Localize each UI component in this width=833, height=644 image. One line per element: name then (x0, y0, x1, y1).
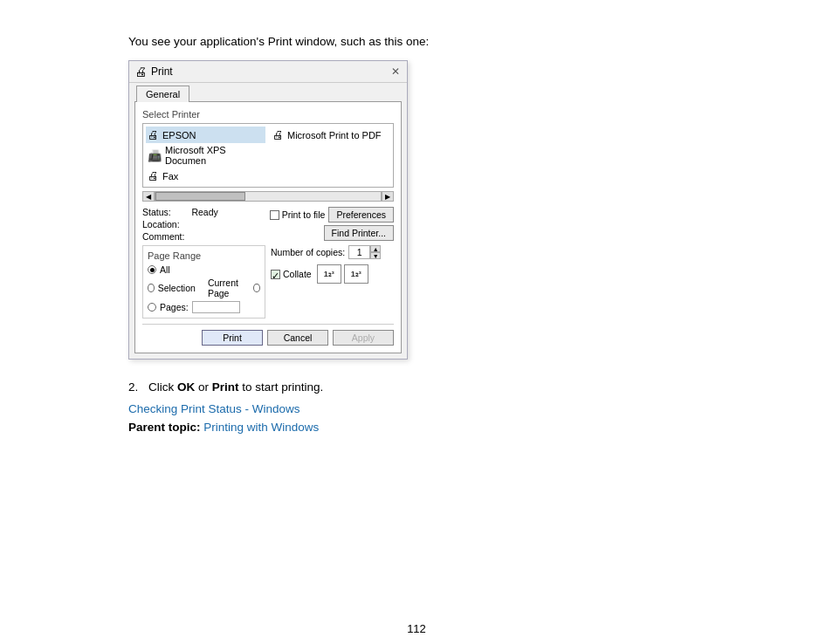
radio-all-circle[interactable] (148, 265, 156, 274)
location-label: Location: (142, 219, 184, 230)
xps-printer-icon: 🖨 (272, 128, 284, 141)
page-range-label: Page Range (148, 250, 260, 261)
collate-label: Collate (283, 269, 312, 279)
step2-text: 2. Click OK or Print to start printing. (128, 380, 323, 394)
page-range-right: Number of copies: ▲ ▼ ✓ Collate (271, 245, 394, 319)
radio-current-page-circle[interactable] (253, 284, 260, 292)
dialog-titlebar: 🖨 Print ✕ (129, 61, 407, 83)
parent-topic-label: Parent topic: (128, 421, 201, 434)
printing-with-windows-link[interactable]: Printing with Windows (203, 421, 319, 434)
spinner-arrows: ▲ ▼ (370, 245, 381, 259)
parent-topic: Parent topic: Printing with Windows (128, 421, 319, 434)
pages-input[interactable] (192, 301, 240, 313)
find-printer-button[interactable]: Find Printer... (324, 225, 394, 241)
copies-spinner: ▲ ▼ (348, 245, 381, 259)
location-value (191, 219, 265, 230)
status-value: Ready (191, 207, 265, 217)
radio-all-label: All (160, 264, 170, 275)
spinner-down-arrow[interactable]: ▼ (370, 252, 381, 259)
section-printer-label: Select Printer (142, 109, 394, 120)
status-label: Status: (142, 207, 184, 217)
tab-general[interactable]: General (136, 86, 189, 102)
radio-pages-circle[interactable] (148, 303, 156, 312)
collate-icons: 1₂³ 1₂³ (317, 264, 368, 284)
print-dialog: 🖨 Print ✕ General Select Printer 🖨 EPSON (128, 60, 408, 360)
scroll-right-arrow[interactable]: ▶ (382, 191, 394, 202)
dialog-tabs: General (129, 83, 407, 101)
copies-row: Number of copies: ▲ ▼ (271, 245, 394, 259)
step2-print-label: Print (212, 380, 239, 394)
collate-checkbox-label[interactable]: ✓ Collate (271, 269, 312, 279)
spinner-up-arrow[interactable]: ▲ (370, 245, 381, 252)
printer-icon: 🖨 (134, 65, 147, 79)
checking-print-status-link[interactable]: Checking Print Status - Windows (128, 402, 300, 415)
printer-list: 🖨 EPSON 📠 Microsoft XPS Documen 🖨 Fax 🖨 (142, 123, 394, 188)
printer-fax-label: Microsoft XPS Documen (165, 145, 264, 166)
step2-text-before: Click (148, 380, 177, 394)
page-range-left: Page Range All Selection Current Page (142, 245, 265, 319)
epson-printer-icon: 🖨 (148, 128, 159, 141)
pages-row: Pages: (148, 301, 260, 313)
radio-selection-label: Selection (158, 283, 196, 293)
dialog-close-button[interactable]: ✕ (389, 65, 402, 78)
page-range-section: Page Range All Selection Current Page (142, 245, 394, 319)
pdf-printer-icon: 🖨 (148, 169, 159, 182)
preferences-button[interactable]: Preferences (328, 207, 394, 223)
dialog-titlebar-left: 🖨 Print (134, 65, 173, 79)
print-button[interactable]: Print (202, 330, 263, 346)
printer-pdf[interactable]: 🖨 Fax (146, 168, 265, 184)
copies-label: Number of copies: (271, 247, 345, 257)
comment-label: Comment: (142, 231, 184, 242)
apply-button[interactable]: Apply (333, 330, 394, 346)
radio-all[interactable]: All (148, 264, 260, 275)
print-to-file-checkbox[interactable] (270, 210, 279, 220)
dialog-title: Print (151, 65, 173, 78)
cancel-button[interactable]: Cancel (267, 330, 328, 346)
radio-selection-circle[interactable] (148, 284, 155, 292)
printer-fax[interactable]: 📠 Microsoft XPS Documen (146, 143, 265, 168)
printer-xps-label: Microsoft Print to PDF (287, 130, 382, 140)
page-number: 112 (0, 596, 833, 644)
radio-pages-label: Pages: (160, 302, 189, 312)
print-to-file-checkbox-label[interactable]: Print to file (270, 209, 326, 220)
intro-text: You see your application's Print window,… (128, 35, 429, 48)
printer-pdf-label: Fax (162, 171, 178, 182)
fax-icon: 📠 (148, 149, 162, 162)
printer-epson-label: EPSON (162, 130, 196, 140)
step2-number: 2. (128, 380, 138, 394)
print-to-file-label: Print to file (282, 209, 326, 220)
printer-col-right: 🖨 Microsoft Print to PDF (268, 124, 393, 187)
scroll-left-arrow[interactable]: ◀ (142, 191, 155, 202)
comment-value (191, 231, 265, 242)
step2-or-text: or (195, 380, 212, 394)
radio-selection[interactable]: Selection Current Page (148, 277, 260, 298)
collate-section: ✓ Collate 1₂³ 1₂³ (271, 264, 394, 284)
collate-checkbox[interactable]: ✓ (271, 270, 280, 279)
scrollbar-track[interactable] (155, 191, 382, 202)
radio-group: All Selection Current Page Pages: (148, 264, 260, 313)
collate-icon-1: 1₂³ (317, 264, 341, 284)
printer-col-left: 🖨 EPSON 📠 Microsoft XPS Documen 🖨 Fax (143, 124, 268, 187)
printer-epson[interactable]: 🖨 EPSON (146, 127, 265, 143)
dialog-body: Select Printer 🖨 EPSON 📠 Microsoft XPS D… (134, 101, 402, 353)
printer-xps[interactable]: 🖨 Microsoft Print to PDF (271, 127, 390, 143)
radio-current-page-label: Current Page (208, 277, 246, 298)
collate-icon-2: 1₂³ (344, 264, 368, 284)
dialog-footer: Print Cancel Apply (142, 324, 394, 346)
copies-input[interactable] (348, 245, 370, 259)
step2-text-after: to start printing. (239, 380, 324, 394)
scrollbar-thumb[interactable] (155, 192, 245, 201)
printer-scrollbar[interactable]: ◀ ▶ (142, 191, 394, 202)
step2-ok-label: OK (177, 380, 195, 394)
